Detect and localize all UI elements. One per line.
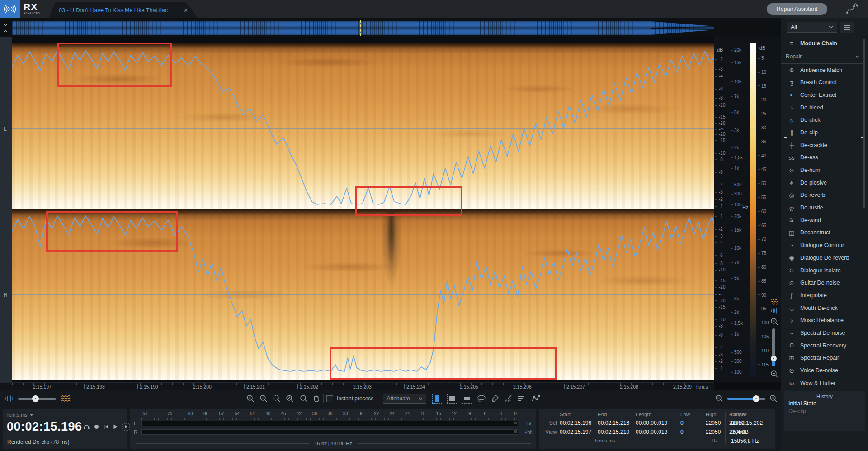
frequency-scale-label: 100 — [731, 370, 742, 375]
sidebar-item-de-crackle[interactable]: ┼De-crackle — [781, 139, 865, 152]
waveform-view-icon[interactable] — [5, 395, 14, 402]
horizontal-zoom-in-icon[interactable] — [769, 394, 778, 403]
sidebar-item-breath-control[interactable]: ʒBreath Control — [781, 76, 865, 89]
sidebar-item-spectral-recovery[interactable]: ΩSpectral Recovery — [781, 339, 865, 352]
sidebar-item-de-plosive[interactable]: ∗De-plosive — [781, 176, 865, 189]
clipping-region-box-2[interactable] — [355, 186, 462, 216]
scale-tick — [758, 225, 760, 226]
sidebar-item-spectral-de-noise[interactable]: ≈Spectral De-noise — [781, 327, 865, 339]
horizontal-zoom-slider-knob[interactable] — [753, 395, 760, 402]
vertical-zoom-slider-knob[interactable] — [771, 356, 777, 361]
scale-tick — [731, 334, 733, 334]
instant-process-mode-dropdown[interactable]: Attenuate — [383, 394, 426, 404]
sidebar-item-de-rustle[interactable]: ღDe-rustle — [781, 201, 865, 214]
waveform-overview[interactable] — [0, 18, 781, 37]
meter-track-left[interactable] — [141, 421, 518, 426]
timeline-ruler[interactable]: 2:15,1972:15,1982:15,1992:15,2002:15,201… — [0, 382, 714, 390]
sidebar-item-de-wind[interactable]: ≋De-wind — [781, 214, 865, 227]
amplitude-scale-label: -1 — [715, 366, 723, 371]
record-icon[interactable] — [94, 424, 99, 430]
sidebar-item-interpolate[interactable]: ∫Interpolate — [781, 289, 865, 302]
sidebar-item-de-bleed[interactable]: ♁De-bleed — [781, 101, 865, 114]
vertical-zoom-slider[interactable] — [772, 328, 775, 366]
sidebar-item-voice-de-noise[interactable]: ʘVoice De-noise — [781, 364, 865, 377]
time-format-selector[interactable]: h:m:s.ms — [7, 412, 33, 418]
spectrogram-view-icon[interactable] — [770, 299, 778, 305]
clipping-region-box-1[interactable] — [57, 43, 172, 87]
meter-scale-label: -60 — [202, 411, 208, 416]
sidebar-item-spectral-repair[interactable]: ⊞Spectral Repair — [781, 352, 865, 365]
meter-track-right[interactable] — [141, 429, 518, 435]
overview-playhead[interactable] — [360, 20, 361, 36]
sidebar-item-de-clip[interactable]: ∥De-clip — [781, 126, 865, 139]
horizontal-zoom-out-icon[interactable] — [715, 394, 723, 403]
brand: RX ADVANCED — [24, 2, 40, 15]
category-dropdown-repair[interactable]: Repair — [781, 50, 865, 64]
sidebar-item-guitar-de-noise[interactable]: ⊙Guitar De-noise — [781, 276, 865, 289]
module-list-menu-button[interactable] — [840, 22, 854, 33]
sidebar-item-dialogue-de-reverb[interactable]: ◉Dialogue De-reverb — [781, 252, 865, 264]
play-selection-icon[interactable] — [122, 423, 130, 431]
sidebar-item-dialogue-contour[interactable]: ◔Dialogue Contour — [781, 239, 865, 252]
zoom-in-icon[interactable] — [246, 394, 255, 403]
overview-collapse-control[interactable] — [2, 21, 9, 35]
magnify-tool-icon[interactable] — [300, 394, 308, 403]
history-item-initial-state[interactable]: Initial State — [788, 400, 865, 407]
time-selection-tool[interactable] — [432, 394, 442, 404]
amplitude-scale-label: -4 — [715, 240, 723, 245]
sidebar-item-deconstruct[interactable]: ◫Deconstruct — [781, 227, 865, 239]
sidebar-item-de-reverb[interactable]: ◎De-reverb — [781, 189, 865, 202]
sidebar-item-module-chain[interactable]: ≡Module Chain — [781, 37, 865, 50]
lasso-tool-icon[interactable] — [477, 394, 486, 403]
sidebar-item-music-rebalance[interactable]: ♪Music Rebalance — [781, 314, 865, 327]
signal-probe-icon[interactable] — [531, 394, 540, 403]
sidebar-item-ambience-match[interactable]: ⊕Ambience Match — [781, 64, 865, 76]
tab-close-icon[interactable]: × — [184, 7, 188, 14]
sidebar-item-label: Deconstruct — [800, 229, 830, 236]
waveform-view-icon[interactable] — [770, 308, 778, 314]
horizontal-zoom-slider[interactable] — [727, 398, 765, 400]
spectrogram-color-legend[interactable] — [750, 43, 756, 380]
vertical-zoom-in-icon[interactable] — [770, 318, 778, 326]
scale-tick — [758, 156, 760, 156]
return-to-start-icon[interactable] — [103, 424, 109, 430]
sidebar-item-center-extract[interactable]: ◐Center Extract — [781, 89, 865, 101]
zoom-out-icon[interactable] — [259, 394, 268, 403]
frequency-selection-tool[interactable] — [462, 394, 472, 404]
spectrogram-view-icon[interactable] — [61, 395, 71, 402]
module-filter-dropdown[interactable]: All — [787, 22, 837, 33]
horizontal-zoom-controls — [715, 394, 778, 403]
signal-flow-icon[interactable] — [845, 3, 859, 15]
adjust-selection-tool-icon[interactable] — [517, 395, 525, 402]
module-list-scrollbar[interactable] — [863, 39, 865, 208]
sidebar-item-de-ess[interactable]: ssDe-ess — [781, 152, 865, 164]
clipping-region-box-3[interactable] — [46, 211, 178, 252]
zoom-fit-icon[interactable] — [286, 394, 294, 403]
sidebar-item-de-hum[interactable]: ⊘De-hum — [781, 164, 865, 176]
sidebar-item-dialogue-isolate[interactable]: ⊜Dialogue Isolate — [781, 264, 865, 277]
wave-spectro-blend-slider[interactable] — [18, 398, 56, 400]
vertical-zoom-out-icon[interactable] — [770, 370, 778, 378]
time-frequency-selection-tool[interactable] — [447, 394, 457, 404]
playhead-time-display[interactable]: 00:02:15.196 — [7, 420, 82, 434]
amplitude-scale-label: -3 — [715, 66, 723, 71]
sidebar-item-mouth-de-click[interactable]: ◡Mouth De-click — [781, 302, 865, 314]
monitor-icon[interactable] — [83, 423, 90, 430]
play-icon[interactable] — [113, 424, 118, 430]
zoom-selection-icon[interactable] — [273, 394, 281, 403]
level-meters-panel: -Inf.-70-63-60-57-54-51-48-45-42-39-36-3… — [130, 409, 536, 449]
sidebar-item-de-click[interactable]: ☼De-click — [781, 114, 865, 126]
brush-tool-icon[interactable] — [491, 394, 499, 403]
meter-scale-label: -51 — [249, 411, 255, 416]
sidebar-item-label: Music Rebalance — [800, 317, 844, 323]
sidebar-item-wow-flutter[interactable]: ωWow & Flutter — [781, 377, 865, 388]
hand-tool-icon[interactable] — [313, 394, 321, 403]
history-item-de-clip[interactable]: De-clip — [788, 408, 865, 414]
clipping-region-box-4[interactable] — [330, 347, 557, 380]
magic-wand-tool-icon[interactable] — [504, 394, 512, 403]
spectrogram-view[interactable] — [12, 37, 714, 382]
blend-slider-knob[interactable] — [32, 395, 39, 402]
repair-assistant-button[interactable]: Repair Assistant — [767, 3, 827, 15]
file-tab[interactable]: 03 - U Don't Have To Kiss Me Like That.f… — [49, 2, 198, 18]
instant-process-checkbox[interactable] — [326, 395, 333, 402]
